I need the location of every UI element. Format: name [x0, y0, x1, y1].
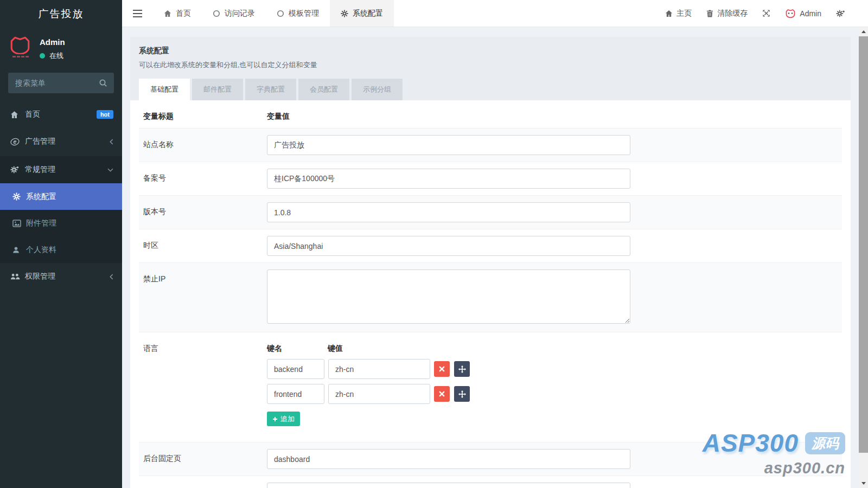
topbar-actions: 主页 清除缓存 Admin	[665, 0, 868, 27]
tab-member-config[interactable]: 会员配置	[298, 79, 349, 100]
sidebar-item-label: 常规管理	[25, 165, 107, 175]
table-row: 后台固定页	[139, 442, 842, 476]
triangle-up-icon	[861, 30, 866, 33]
image-icon	[12, 220, 26, 227]
sidebar-item-label: 个人资料	[26, 245, 113, 255]
scrollbar-thumb[interactable]	[859, 36, 868, 453]
main-content: 系统配置 可以在此增改系统的变量和分组,也可以自定义分组和变量 基础配置 邮件配…	[122, 27, 859, 488]
fullscreen-button[interactable]	[762, 9, 770, 17]
search-input[interactable]	[8, 73, 114, 93]
sidebar-item-ad-manage[interactable]: e 广告管理	[0, 128, 122, 155]
drag-row-button[interactable]	[454, 386, 470, 402]
arrows-all-icon	[458, 390, 466, 398]
field-label: 备案号	[143, 165, 267, 192]
gear-icon	[341, 10, 348, 17]
frontend-home-link[interactable]: 主页	[665, 9, 692, 18]
field-label: 版本号	[143, 198, 267, 226]
avatar-small	[785, 9, 796, 18]
topbar-tab-template-manage[interactable]: 模板管理	[266, 0, 330, 27]
timezone-input[interactable]	[267, 236, 630, 256]
username-label: Admin	[800, 9, 821, 18]
page-title: 系统配置	[139, 46, 842, 56]
topbar-tab-home[interactable]: 首页	[153, 0, 202, 27]
arrows-all-icon	[458, 365, 466, 373]
backend-fixed-page-input[interactable]	[267, 449, 630, 469]
online-dot-icon	[40, 53, 45, 59]
logo-wordmark	[9, 56, 33, 57]
field-label: 后台固定页	[143, 445, 267, 473]
icp-number-input[interactable]	[267, 169, 630, 189]
home-icon	[10, 111, 25, 119]
append-label: 追加	[280, 414, 295, 424]
sidebar-item-label: 权限管理	[25, 272, 110, 281]
table-row: 版本号	[139, 196, 842, 229]
sidebar-item-profile[interactable]: 个人资料	[0, 236, 122, 263]
chevron-left-icon	[110, 274, 113, 280]
triangle-down-icon	[861, 482, 866, 485]
topbar-tab-visit-log[interactable]: 访问记录	[202, 0, 266, 27]
svg-text:e: e	[14, 139, 17, 145]
sidebar-item-general-manage[interactable]: 常规管理	[0, 156, 122, 183]
page-subtitle: 可以在此增改系统的变量和分组,也可以自定义分组和变量	[139, 60, 842, 70]
tab-example-group[interactable]: 示例分组	[352, 79, 403, 100]
table-row: 备案号	[139, 162, 842, 196]
delete-row-button[interactable]	[434, 386, 450, 402]
search-icon[interactable]	[99, 79, 107, 87]
table-row: 禁止IP	[139, 263, 842, 332]
config-card: 系统配置 可以在此增改系统的变量和分组,也可以自定义分组和变量 基础配置 邮件配…	[130, 37, 851, 488]
table-row: 底部版权信息	[139, 476, 842, 488]
language-value-input[interactable]	[328, 359, 430, 379]
field-label: 时区	[143, 232, 267, 260]
tab-mail-config[interactable]: 邮件配置	[192, 79, 243, 100]
language-key-input[interactable]	[267, 384, 324, 404]
sidebar-item-home[interactable]: 首页 hot	[0, 101, 122, 128]
tab-basic-config[interactable]: 基础配置	[139, 79, 190, 100]
home-icon	[665, 10, 673, 17]
user-icon	[12, 246, 26, 254]
topbar-tab-label: 首页	[176, 9, 191, 18]
delete-row-button[interactable]	[434, 361, 450, 377]
footer-copyright-input[interactable]	[267, 483, 630, 488]
site-name-input[interactable]	[267, 135, 630, 155]
gears-icon	[836, 9, 845, 18]
language-value-input[interactable]	[328, 384, 430, 404]
plus-icon	[272, 416, 278, 422]
frontend-home-label: 主页	[676, 9, 692, 18]
key-value-header: 键值	[328, 344, 343, 354]
vertical-scrollbar[interactable]	[859, 27, 868, 488]
forbidden-ip-textarea[interactable]	[267, 269, 630, 324]
chevron-down-icon	[107, 168, 113, 172]
sidebar-item-attachment-manage[interactable]: 附件管理	[0, 210, 122, 236]
scroll-down-button[interactable]	[859, 479, 868, 488]
language-key-input[interactable]	[267, 359, 324, 379]
kv-row	[267, 359, 838, 379]
sidebar-item-auth-manage[interactable]: 权限管理	[0, 263, 122, 290]
sidebar-group-general: 常规管理 系统	[0, 156, 122, 263]
append-button[interactable]: 追加	[267, 412, 300, 426]
key-name-header: 键名	[267, 344, 328, 354]
clear-cache-button[interactable]: 清除缓存	[706, 9, 748, 18]
sidebar-item-system-config[interactable]: 系统配置	[0, 183, 122, 210]
sidebar-toggle-button[interactable]	[122, 0, 153, 27]
card-header: 系统配置 可以在此增改系统的变量和分组,也可以自定义分组和变量 基础配置 邮件配…	[130, 37, 851, 100]
circle-o-icon	[213, 10, 220, 17]
cross-icon	[439, 366, 445, 372]
gears-icon	[10, 165, 25, 174]
topbar-tab-system-config[interactable]: 系统配置	[330, 0, 394, 27]
settings-menu-button[interactable]	[836, 9, 845, 18]
version-input[interactable]	[267, 202, 630, 222]
drag-row-button[interactable]	[454, 361, 470, 377]
table-row: 站点名称	[139, 129, 842, 162]
topbar: 首页 访问记录 模板管理 系统配置	[122, 0, 868, 27]
topbar-tab-label: 访问记录	[225, 9, 255, 18]
clear-cache-label: 清除缓存	[717, 9, 748, 18]
menu-search	[8, 73, 114, 93]
field-label: 底部版权信息	[143, 479, 267, 488]
scroll-up-button[interactable]	[859, 27, 868, 36]
avatar	[9, 36, 33, 57]
table-row-language: 语言 键名 键值	[139, 332, 842, 442]
user-menu[interactable]: Admin	[785, 9, 821, 18]
tab-dictionary-config[interactable]: 字典配置	[245, 79, 296, 100]
field-label: 禁止IP	[143, 266, 267, 329]
config-tabs: 基础配置 邮件配置 字典配置 会员配置 示例分组	[139, 79, 842, 100]
